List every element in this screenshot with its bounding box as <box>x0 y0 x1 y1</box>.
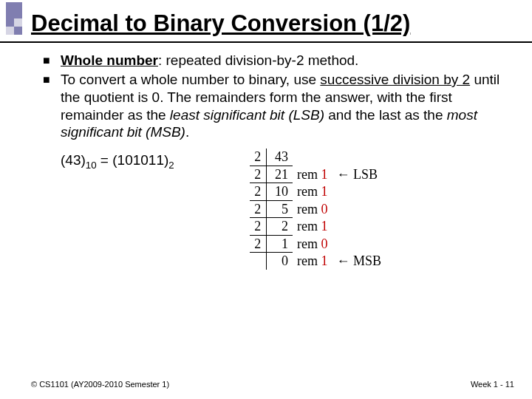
divisor-cell <box>250 253 266 270</box>
footer-copyright: © CS1101 (AY2009-2010 Semester 1) <box>31 380 169 389</box>
quotient-cell: 21 <box>266 166 293 183</box>
division-row: 243 <box>250 149 386 166</box>
bullet-rest: : repeated division-by-2 method. <box>158 52 358 68</box>
remainder-cell: rem 0 <box>293 200 332 218</box>
remainder-cell <box>293 149 332 166</box>
division-row: 25rem 0 <box>250 200 386 218</box>
note-cell: ← LSB <box>332 166 386 183</box>
quotient-cell: 2 <box>266 218 293 236</box>
note-cell <box>332 235 386 253</box>
note-cell <box>332 200 386 218</box>
divisor-cell: 2 <box>250 166 266 183</box>
bullet-text: Whole number: repeated division-by-2 met… <box>61 52 514 69</box>
bullet-marker: ■ <box>43 52 61 69</box>
divisor-cell: 2 <box>250 149 266 166</box>
note-cell <box>332 149 386 166</box>
note-cell <box>332 218 386 236</box>
quotient-cell: 10 <box>266 183 293 201</box>
bullet-lead: Whole number <box>61 52 158 68</box>
slide-accent <box>6 2 22 41</box>
bullet-item: ■ To convert a whole number to binary, u… <box>43 71 514 141</box>
remainder-cell: rem 1 <box>293 166 332 183</box>
example-equation: (43)10 = (101011)2 <box>43 149 250 171</box>
page-title: Decimal to Binary Conversion (1/2) <box>0 0 532 43</box>
division-row: 221rem 1← LSB <box>250 166 386 183</box>
content-area: ■ Whole number: repeated division-by-2 m… <box>0 43 532 270</box>
note-cell: ← MSB <box>332 253 386 270</box>
division-diagram: 243221rem 1← LSB210rem 125rem 022rem 121… <box>250 149 386 270</box>
note-cell <box>332 183 386 201</box>
bullet-item: ■ Whole number: repeated division-by-2 m… <box>43 52 514 69</box>
remainder-cell: rem 1 <box>293 218 332 236</box>
quotient-cell: 5 <box>266 200 293 218</box>
divisor-cell: 2 <box>250 218 266 236</box>
quotient-cell: 0 <box>266 253 293 270</box>
remainder-cell: rem 1 <box>293 253 332 270</box>
footer-page: Week 1 - 11 <box>471 380 514 389</box>
example-row: (43)10 = (101011)2 243221rem 1← LSB210re… <box>43 149 514 270</box>
quotient-cell: 43 <box>266 149 293 166</box>
division-row: 210rem 1 <box>250 183 386 201</box>
divisor-cell: 2 <box>250 235 266 253</box>
division-row: 22rem 1 <box>250 218 386 236</box>
remainder-cell: rem 1 <box>293 183 332 201</box>
divisor-cell: 2 <box>250 200 266 218</box>
division-row: 21rem 0 <box>250 235 386 253</box>
quotient-cell: 1 <box>266 235 293 253</box>
bullet-marker: ■ <box>43 71 61 141</box>
divisor-cell: 2 <box>250 183 266 201</box>
division-row: 0rem 1← MSB <box>250 253 386 270</box>
remainder-cell: rem 0 <box>293 235 332 253</box>
bullet-text: To convert a whole number to binary, use… <box>61 71 514 141</box>
